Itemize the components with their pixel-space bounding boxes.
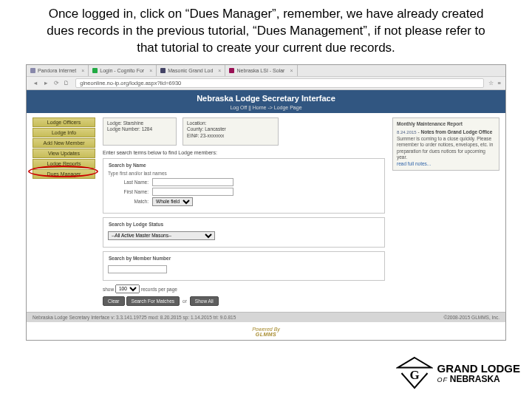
lodge-loc-box: Location: County: Lancaster EIN#: 23-xxx… (183, 117, 279, 146)
brand-logo: G GRAND LODGE OF NEBRASKA (396, 355, 521, 392)
footer-version: Nebraska Lodge Secretary Interface v: 3.… (33, 315, 236, 320)
reload-icon[interactable]: ⟳ (52, 80, 61, 86)
svg-text:G: G (409, 368, 419, 382)
member-number-input[interactable] (108, 265, 167, 273)
match-label: Match: (108, 199, 149, 204)
browser-tabs: Pandora Internet× Login - Cognito For× M… (27, 65, 505, 77)
records-per-page: show 100 records per page (103, 284, 385, 293)
sidebar-item-lodge-officers[interactable]: Lodge Officers (33, 117, 95, 127)
clear-button[interactable]: Clear (103, 296, 125, 306)
lastname-label: Last Name: (108, 180, 149, 185)
hint-text: Type first and/or last names (108, 171, 380, 176)
legend-status: Search by Lodge Status (106, 222, 166, 227)
search-button[interactable]: Search For Matches (126, 296, 180, 306)
page-subnav[interactable]: Log Off || Home -> Lodge Page (27, 105, 505, 113)
showall-button[interactable]: Show All (190, 296, 219, 306)
sidebar: Lodge Officers Lodge Info Add New Member… (33, 117, 95, 306)
report-date: 8.24.2015 (397, 130, 417, 134)
maintenance-report: Monthly Maintenance Report 8.24.2015 - N… (392, 117, 499, 171)
search-by-member-number: Search by Member Number (103, 251, 385, 281)
forward-icon[interactable]: ► (41, 80, 50, 86)
slide-title: Once logged in, click on “Dues Manager”,… (0, 0, 532, 64)
status-select[interactable]: --All Active Master Masons-- (108, 231, 215, 240)
tab-close-icon[interactable]: × (218, 68, 221, 73)
powered-by: Powered ByGLMMS (27, 322, 505, 340)
back-icon[interactable]: ◄ (31, 80, 40, 86)
url-field[interactable]: glneonline.no-ip.org/lodge.aspx?lid=6930 (75, 78, 483, 88)
legend-name: Search by Name (106, 163, 149, 168)
favicon-icon (229, 68, 234, 73)
favicon-icon (92, 68, 98, 73)
browser-tab[interactable]: Nebraska LSI - Solar× (225, 65, 297, 76)
main-column: Lodge: Starshine Lodge Number: 1284 Loca… (103, 117, 385, 306)
tab-label: Nebraska LSI - Solar (236, 68, 284, 73)
tab-label: Login - Cognito For (100, 68, 144, 73)
tab-close-icon[interactable]: × (81, 68, 84, 73)
match-select[interactable]: Whole field (152, 197, 193, 206)
right-column: Monthly Maintenance Report 8.24.2015 - N… (392, 117, 499, 306)
legend-member: Search by Member Number (106, 256, 173, 261)
firstname-input[interactable] (152, 188, 233, 196)
browser-tab[interactable]: Pandora Internet× (27, 65, 89, 76)
svg-marker-0 (398, 358, 431, 368)
browser-tab[interactable]: Login - Cognito For× (89, 65, 157, 76)
sidebar-item-dues-manager[interactable]: Dues Manager (33, 169, 95, 179)
report-header: Monthly Maintenance Report (397, 121, 495, 127)
webpage: Nebraska Lodge Secretary Interface Log O… (27, 90, 505, 340)
bookmark-icon[interactable]: ☆ (488, 80, 494, 86)
nav-icons: ◄ ► ⟳ 🗋 (31, 80, 71, 86)
report-link[interactable]: read full notes... (397, 161, 431, 166)
or-text: or (181, 299, 188, 304)
brand-line2: OF (437, 376, 449, 383)
lodge-id-box: Lodge: Starshine Lodge Number: 1284 (103, 117, 177, 146)
lastname-input[interactable] (152, 178, 233, 186)
menu-icon[interactable]: ≡ (498, 80, 501, 86)
sidebar-item-view-updates[interactable]: View Updates (33, 149, 95, 158)
address-bar: ◄ ► ⟳ 🗋 glneonline.no-ip.org/lodge.aspx?… (27, 77, 505, 90)
sidebar-item-lodge-reports[interactable]: Lodge Reports (33, 159, 95, 168)
page-footer: Nebraska Lodge Secretary Interface v: 3.… (27, 312, 505, 322)
firstname-label: First Name: (108, 189, 149, 194)
masonic-icon: G (396, 355, 433, 392)
favicon-icon (30, 68, 35, 73)
browser-window: Pandora Internet× Login - Cognito For× M… (26, 64, 506, 341)
tab-close-icon[interactable]: × (149, 68, 152, 73)
search-by-status: Search by Lodge Status --All Active Mast… (103, 217, 385, 248)
browser-tab[interactable]: Masonic Grand Lod× (157, 65, 225, 76)
search-by-name: Search by Name Type first and/or last na… (103, 158, 385, 214)
sidebar-item-lodge-info[interactable]: Lodge Info (33, 128, 95, 137)
tab-label: Masonic Grand Lod (168, 68, 213, 73)
favicon-icon (160, 68, 166, 73)
brand-line1: GRAND LODGE (437, 363, 521, 375)
report-notes-title: Notes from Grand Lodge Office (420, 129, 492, 134)
tab-close-icon[interactable]: × (290, 68, 293, 73)
page-banner: Nebraska Lodge Secretary Interface (27, 90, 505, 105)
page-icon: 🗋 (62, 80, 71, 86)
search-intro: Enter search terms below to find Lodge m… (103, 150, 385, 155)
search-buttons: Clear Search For Matches or Show All (103, 296, 385, 306)
sidebar-item-add-new-member[interactable]: Add New Member (33, 138, 95, 148)
footer-copyright: ©2008-2015 GLMMS, Inc. (443, 315, 499, 320)
pager-select[interactable]: 100 (115, 284, 140, 293)
brand-line3: NEBRASKA (450, 374, 500, 384)
report-body: Summer is coming to a close quickly. Ple… (397, 136, 495, 161)
tab-label: Pandora Internet (38, 68, 76, 73)
